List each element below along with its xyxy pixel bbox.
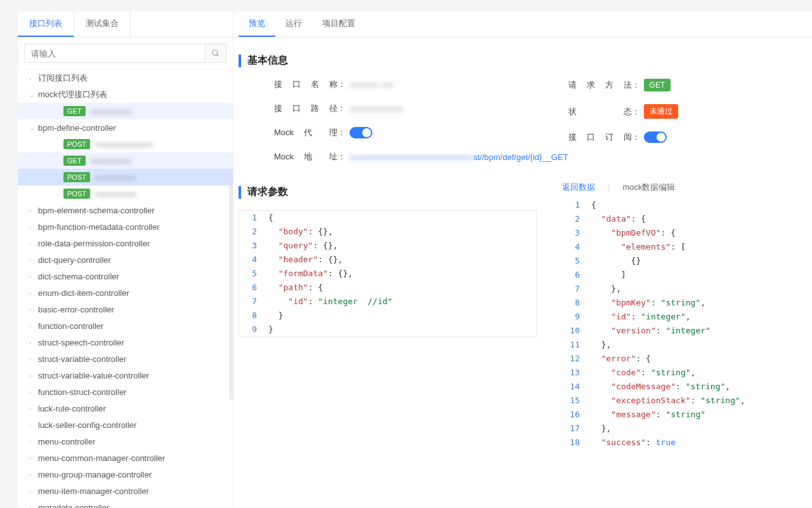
tree-group[interactable]: ⌄mock代理接口列表 [18, 86, 233, 103]
caret-icon: › [29, 455, 38, 462]
row-subscribe: 接 口 订 阅： [568, 131, 804, 143]
tree-group[interactable]: ›struct-variable-controller [18, 351, 233, 367]
tree-item-label: dict-schema-controller [38, 272, 119, 281]
tree-group[interactable]: ›role-data-permission-controller [18, 235, 233, 251]
tree-group[interactable]: ›menu-controller [18, 433, 233, 450]
search-row [18, 37, 233, 70]
tree-item-label: mock代理接口列表 [38, 89, 107, 100]
section-req-params: 请求参数 [239, 185, 537, 199]
response-tabs: 返回数据 | mock数据编辑 [562, 182, 804, 193]
tree-api-item[interactable]: GETxxxxxxxxxx [18, 152, 233, 169]
response-data-code[interactable]: 1{2 "data": {3 "bpmDefVO": {4 "elements"… [562, 198, 804, 450]
code-source: } [262, 323, 273, 337]
svg-line-1 [217, 55, 219, 57]
tree-group[interactable]: ›metadata-controller [18, 499, 233, 508]
row-mock-proxy: Mock 代 理： [239, 127, 568, 138]
tree-item-label: menu-controller [38, 437, 95, 446]
toggle-mock-proxy[interactable] [350, 127, 372, 138]
gutter-number: 6 [562, 268, 585, 282]
tree-group[interactable]: ›bpm-function-metadata-controller [18, 218, 233, 235]
code-source: "id": "integer //id" [262, 295, 393, 309]
code-source: }, [585, 422, 611, 436]
caret-icon: › [29, 504, 38, 509]
code-source: "bpmDefVO": { [585, 226, 676, 240]
code-line: 9 "id": "integer", [562, 310, 804, 324]
caret-icon: › [29, 306, 38, 313]
tab-test-sets[interactable]: 测试集合 [74, 11, 131, 37]
code-line: 7 "id": "integer //id" [239, 295, 536, 309]
tree-group[interactable]: ›dict-schema-controller [18, 268, 233, 284]
tree-group[interactable]: ›bpm-element-schema-controller [18, 202, 233, 218]
gutter-number: 9 [562, 310, 585, 324]
code-line: 3 "query": {}, [239, 239, 536, 253]
tree-item-label: xxxxxxxxxx [91, 156, 132, 166]
caret-icon: › [29, 224, 38, 231]
tree-api-item[interactable]: POSTxxxxxxxxxx [18, 169, 233, 185]
tree-group[interactable]: ›menu-item-manager-controller [18, 483, 233, 499]
gutter-number: 2 [562, 212, 585, 226]
search-input[interactable] [24, 44, 205, 63]
code-source: { [262, 211, 273, 225]
tree-group[interactable]: ›menu-group-manage-controller [18, 466, 233, 483]
code-source: {} [585, 254, 641, 268]
tree-group[interactable]: ›menu-common-manager-controller [18, 450, 233, 466]
code-source: "header": {}, [262, 253, 343, 267]
code-line: 7 }, [562, 282, 804, 296]
tree-group[interactable]: ›function-controller [18, 318, 233, 334]
code-source: "message": "string" [585, 408, 705, 422]
caret-icon: › [29, 240, 38, 247]
tree-api-item[interactable]: POSTxxxxxxxxxxxxxx [18, 136, 233, 152]
caret-icon: › [29, 290, 38, 297]
code-source: "error": { [585, 352, 651, 366]
tree-item-label: dict-query-controller [38, 255, 111, 265]
gutter-number: 7 [239, 295, 262, 309]
tree-item-label: bpm-define-controller [38, 123, 116, 133]
section-basic-info: 基本信息 [239, 54, 804, 67]
tab-run[interactable]: 运行 [275, 11, 312, 37]
tree-item-label: menu-group-manage-controller [38, 470, 152, 479]
tree-item-label: menu-item-manager-controller [38, 486, 149, 496]
tree-api-item[interactable]: GETxxxxxxxxxx [18, 103, 233, 119]
request-params-code[interactable]: 1{2 "body": {},3 "query": {},4 "header":… [239, 210, 537, 337]
caret-icon: › [29, 372, 38, 379]
value-mock-addr[interactable]: xxxxxxxxxxxxxxxxxxxxxxxxxxxxxxst//bpm/de… [350, 152, 568, 162]
search-button[interactable] [205, 44, 226, 63]
caret-icon: › [29, 389, 38, 396]
code-source: "codeMessage": "string", [585, 380, 730, 394]
tab-api-list[interactable]: 接口列表 [18, 11, 74, 37]
row-status: 状 态： 未通过 [568, 104, 804, 119]
tab-project-config[interactable]: 项目配置 [312, 11, 365, 37]
label-api-name: 接 口 名 称 [274, 79, 337, 90]
row-api-path: 接 口 路 径： xxxxxxxxxxxxx [239, 103, 568, 114]
tree-group[interactable]: ›struct-speech-controller [18, 334, 233, 351]
method-badge: GET [63, 156, 86, 166]
label-subscribe: 接 口 订 阅 [568, 131, 632, 143]
tree-group[interactable]: ›struct-variable-value-controller [18, 367, 233, 384]
code-line: 12 "error": { [562, 352, 804, 366]
gutter-number: 4 [239, 253, 262, 267]
caret-icon: › [29, 75, 38, 82]
tree-group[interactable]: ›luck-rule-controller [18, 400, 233, 417]
api-tree[interactable]: ›订阅接口列表⌄mock代理接口列表GETxxxxxxxxxx⌄bpm-defi… [18, 70, 233, 508]
tree-api-item[interactable]: POSTxxxxxxxxxx [18, 185, 233, 202]
tree-group[interactable]: ⌄bpm-define-controller [18, 119, 233, 136]
caret-icon: › [29, 339, 38, 346]
tab-response-data[interactable]: 返回数据 [562, 182, 595, 193]
tree-group[interactable]: ›function-struct-controller [18, 384, 233, 400]
code-line: 6 "path": { [239, 281, 536, 295]
tab-preview[interactable]: 预览 [239, 11, 275, 37]
code-line: 15 "exceptionStack": "string", [562, 394, 804, 408]
tree-group[interactable]: ›enum-dict-item-controller [18, 284, 233, 301]
tree-group[interactable]: ›订阅接口列表 [18, 70, 233, 86]
tree-group[interactable]: ›basic-error-controller [18, 301, 233, 318]
method-badge: POST [63, 172, 90, 182]
tree-group[interactable]: ›dict-query-controller [18, 251, 233, 268]
toggle-subscribe[interactable] [644, 131, 667, 143]
code-line: 1{ [562, 198, 804, 212]
sidebar: 接口列表 测试集合 ›订阅接口列表⌄mock代理接口列表GETxxxxxxxxx… [18, 11, 233, 508]
code-source: ] [585, 268, 626, 282]
tree-group[interactable]: ›luck-seller-config-controller [18, 417, 233, 433]
tab-mock-edit[interactable]: mock数据编辑 [622, 182, 675, 193]
chip-status: 未通过 [644, 104, 678, 119]
gutter-number: 3 [562, 226, 585, 240]
